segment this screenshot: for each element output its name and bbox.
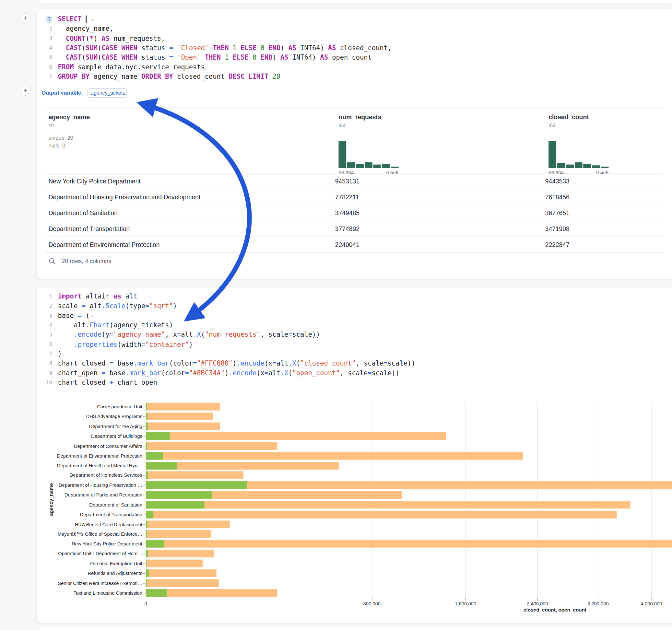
code-token: LIMIT xyxy=(249,73,268,81)
code-token: = xyxy=(288,331,292,339)
table-footer: 20 rows, 4 columns xyxy=(48,258,111,265)
code-token: WHEN xyxy=(122,44,138,52)
code-token: = xyxy=(177,331,181,339)
output-variable-label: Output variable: xyxy=(42,90,83,96)
add-cell-button-top[interactable]: + xyxy=(20,13,30,23)
histogram-bar xyxy=(391,167,399,168)
sql-code-editor[interactable]: 1▾SELECT 2 agency_name,3 COUNT(*) AS num… xyxy=(39,15,391,82)
code-token xyxy=(257,54,260,62)
code-token: num_requests, xyxy=(110,35,165,43)
code-line: 1▾SELECT xyxy=(39,15,391,24)
code-token: chart_open xyxy=(58,369,101,377)
search-icon[interactable] xyxy=(48,258,55,265)
code-token: .mark_bar xyxy=(133,360,169,367)
column-header-num-requests[interactable]: num_requests i64 53,304 9.5e6 xyxy=(338,114,381,128)
line-number: 6 xyxy=(39,340,52,349)
code-token: (agency_tickets) xyxy=(110,321,173,329)
code-token: ( xyxy=(98,54,101,62)
line-number: 7 xyxy=(39,72,52,82)
code-token xyxy=(58,35,66,43)
code-token: ) xyxy=(272,54,281,62)
code-token: .properties xyxy=(74,341,117,348)
add-cell-button-output[interactable]: + xyxy=(20,86,30,95)
histogram-bar xyxy=(575,163,582,168)
table-cell: 9453131 xyxy=(335,178,545,185)
code-token: ) xyxy=(281,44,289,52)
code-line: 2scale = alt.Scale(type="sqrt") xyxy=(39,301,415,311)
code-token: open_count xyxy=(328,54,372,62)
python-code-editor[interactable]: 1import altair as alt2scale = alt.Scale(… xyxy=(39,292,415,387)
column-header-closed-count[interactable]: closed_count i64 53,304 9.4e6 xyxy=(549,114,589,128)
code-token: (x xyxy=(257,369,265,377)
code-token xyxy=(173,54,177,62)
code-text: COUNT(*) AS num_requests, xyxy=(58,34,165,43)
code-token: AS xyxy=(101,35,110,43)
code-token: ( xyxy=(82,44,86,52)
code-token: chart_closed xyxy=(58,360,109,367)
table-header: agency_name str unique: 20 nulls: 0 num_… xyxy=(45,107,662,174)
histogram-bar xyxy=(549,141,556,168)
code-token: DESC xyxy=(229,73,244,81)
code-token: base xyxy=(114,360,133,367)
code-line: 4 CAST(SUM(CASE WHEN status = 'Closed' T… xyxy=(39,43,391,53)
line-number-value: 6 xyxy=(49,64,52,70)
code-token: = xyxy=(368,369,371,377)
output-variable-chip[interactable]: agency_tickets xyxy=(87,88,127,98)
table-cell: 9443533 xyxy=(545,178,662,185)
code-token: AS xyxy=(288,44,296,52)
code-text: FROM sample_data.nyc.service_requests xyxy=(58,63,205,72)
code-token: = xyxy=(110,360,114,367)
code-token: chart_open xyxy=(114,379,157,387)
code-token: alt xyxy=(181,331,193,339)
results-table: agency_name str unique: 20 nulls: 0 num_… xyxy=(45,107,662,253)
code-token: ) xyxy=(225,369,229,377)
code-token: 'Closed' xyxy=(177,44,209,52)
code-line: 9chart_open = base.mark_bar(color="#8BC3… xyxy=(39,368,415,378)
line-number-value: 5 xyxy=(49,54,52,60)
fold-chevron-icon[interactable]: ▾ xyxy=(91,15,94,25)
code-token: closed_count, xyxy=(336,44,392,52)
code-token: .Chart xyxy=(86,321,110,329)
histogram-bar xyxy=(338,141,346,168)
code-token: status xyxy=(138,54,169,62)
histogram-bar xyxy=(583,164,591,168)
code-line: 2 agency_name, xyxy=(39,24,391,34)
code-token: (x xyxy=(265,360,273,367)
code-token: INT64) xyxy=(296,44,328,52)
code-token: = xyxy=(141,341,145,348)
code-token: scale)) xyxy=(388,360,415,367)
fold-chevron-icon[interactable]: ▾ xyxy=(91,311,94,321)
table-row[interactable]: New York City Police Department945313194… xyxy=(45,173,662,189)
histogram-bar xyxy=(382,164,390,168)
code-token: = xyxy=(78,312,82,319)
code-token: * xyxy=(90,35,94,43)
code-token: sample_data.nyc.service_requests xyxy=(74,63,205,71)
line-number-value: 6 xyxy=(49,341,52,347)
table-cell: 7782211 xyxy=(335,194,545,201)
table-row[interactable]: Department of Environmental Protection22… xyxy=(45,237,662,253)
code-token: altair xyxy=(82,293,114,300)
table-row[interactable]: Department of Transportation377489234719… xyxy=(45,221,662,237)
line-number: 7 xyxy=(39,349,52,359)
histogram-bar xyxy=(347,163,355,168)
line-number-value: 10 xyxy=(46,380,52,386)
line-number: 1 xyxy=(39,15,52,24)
column-header-agency-name[interactable]: agency_name str unique: 20 nulls: 0 xyxy=(48,114,90,149)
code-line: 7) xyxy=(39,349,415,359)
code-token: = xyxy=(101,369,105,377)
code-line: 8chart_closed = base.mark_bar(color="#FF… xyxy=(39,359,415,368)
column-histogram xyxy=(338,141,399,168)
table-cell: 3774892 xyxy=(335,225,545,232)
code-token: = xyxy=(145,302,149,310)
code-token: = xyxy=(169,44,173,52)
code-text: import altair as alt xyxy=(58,292,137,301)
histogram-range: 53,304 9.5e6 xyxy=(338,170,399,175)
code-token: (color xyxy=(169,360,193,367)
code-token: .Scale xyxy=(101,302,125,310)
table-row[interactable]: Department of Sanitation37494853677651 xyxy=(45,205,662,221)
code-text: scale = alt.Scale(type="sqrt") xyxy=(58,301,177,311)
table-row[interactable]: Department of Housing Preservation and D… xyxy=(45,189,662,205)
table-cell: 2240041 xyxy=(335,241,545,248)
code-token: base xyxy=(58,312,77,319)
table-cell: Department of Sanitation xyxy=(45,209,335,216)
